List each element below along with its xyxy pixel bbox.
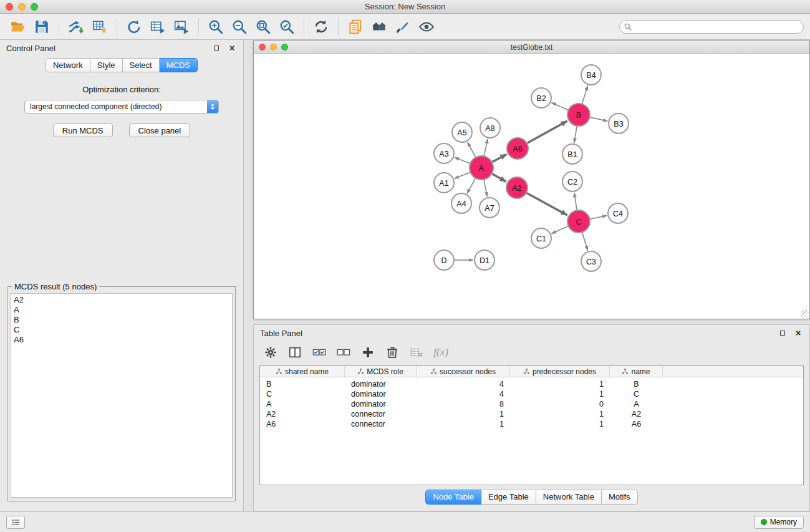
result-list-item[interactable]: A6 xyxy=(11,335,232,345)
close-panel-icon[interactable]: × xyxy=(227,43,237,53)
network-node-C[interactable]: C xyxy=(567,210,590,233)
network-node-A5[interactable]: A5 xyxy=(452,122,472,142)
network-edge-B-B2[interactable] xyxy=(551,102,567,110)
result-list-item[interactable]: C xyxy=(11,325,232,335)
network-node-B3[interactable]: B3 xyxy=(609,114,629,133)
save-icon[interactable] xyxy=(32,17,52,37)
network-edge-A-A8[interactable] xyxy=(484,139,488,156)
close-panel-button[interactable]: Close panel xyxy=(129,123,191,137)
zoom-fit-icon[interactable] xyxy=(253,17,273,37)
network-canvas[interactable]: B4B2BB3A5A8A6A3B1AC2A1A2A4A7C4CC1C3DD1 xyxy=(254,54,809,319)
network-node-A7[interactable]: A7 xyxy=(480,198,499,218)
network-graph[interactable]: B4B2BB3A5A8A6A3B1AC2A1A2A4A7C4CC1C3DD1 xyxy=(254,54,809,318)
refresh-icon[interactable] xyxy=(311,17,331,37)
network-edge-A-A4[interactable] xyxy=(467,178,475,193)
table-row[interactable]: Cdominator41C xyxy=(260,389,803,399)
tab-network-table[interactable]: Network Table xyxy=(536,490,602,505)
function-builder-icon[interactable]: f(x) xyxy=(433,344,449,360)
search-input[interactable] xyxy=(619,20,804,34)
zoom-selected-icon[interactable] xyxy=(277,17,297,37)
close-table-panel-icon[interactable]: × xyxy=(793,328,803,338)
show-columns-icon[interactable] xyxy=(287,344,303,360)
tab-motifs[interactable]: Motifs xyxy=(602,490,638,505)
network-window-titlebar[interactable]: testGlobe.txt xyxy=(254,41,809,54)
network-node-B4[interactable]: B4 xyxy=(581,65,601,85)
settings-gear-icon[interactable] xyxy=(263,344,279,360)
network-minimize-button[interactable] xyxy=(270,44,277,51)
network-node-C3[interactable]: C3 xyxy=(581,251,601,271)
result-list-item[interactable]: A2 xyxy=(11,295,232,305)
network-node-A1[interactable]: A1 xyxy=(434,173,454,193)
network-node-A[interactable]: A xyxy=(470,156,493,180)
network-edge-A2-C[interactable] xyxy=(527,193,567,215)
tab-edge-table[interactable]: Edge Table xyxy=(481,490,536,505)
network-node-B2[interactable]: B2 xyxy=(531,88,551,108)
network-node-A6[interactable]: A6 xyxy=(507,138,528,159)
zoom-out-icon[interactable] xyxy=(229,17,249,37)
column-header-predecessor-nodes[interactable]: predecessor nodes xyxy=(510,366,610,377)
network-node-A8[interactable]: A8 xyxy=(480,118,500,138)
tab-style[interactable]: Style xyxy=(90,58,123,72)
network-node-B[interactable]: B xyxy=(567,104,590,126)
network-node-C2[interactable]: C2 xyxy=(562,172,582,191)
style-icon[interactable] xyxy=(393,17,413,37)
run-mcds-button[interactable]: Run MCDS xyxy=(53,123,113,137)
network-zoom-button[interactable] xyxy=(281,44,288,51)
network-node-B1[interactable]: B1 xyxy=(562,144,582,164)
export-image-icon[interactable] xyxy=(171,17,191,37)
table-row[interactable]: A6connector11A6 xyxy=(260,419,803,429)
open-folder-icon[interactable] xyxy=(8,17,28,37)
network-edge-C-C1[interactable] xyxy=(551,226,567,234)
optimization-criterion-dropdown[interactable]: largest connected component (directed) xyxy=(24,100,219,114)
delete-table-icon[interactable] xyxy=(408,344,425,360)
column-header-successor-nodes[interactable]: successor nodes xyxy=(417,366,510,377)
import-table-icon[interactable] xyxy=(90,17,110,37)
network-node-A4[interactable]: A4 xyxy=(451,193,471,213)
table-row[interactable]: Adominator80A xyxy=(260,399,803,409)
network-node-C1[interactable]: C1 xyxy=(531,228,551,248)
network-edge-A-A1[interactable] xyxy=(455,172,470,178)
network-node-A3[interactable]: A3 xyxy=(434,143,454,163)
network-edge-A6-B[interactable] xyxy=(528,121,567,143)
network-node-A2[interactable]: A2 xyxy=(506,177,528,198)
network-close-button[interactable] xyxy=(259,44,266,51)
import-network-icon[interactable] xyxy=(66,17,86,37)
zoom-in-icon[interactable] xyxy=(206,17,226,37)
network-node-D1[interactable]: D1 xyxy=(475,250,494,270)
tab-mcds[interactable]: MCDS xyxy=(160,58,198,72)
column-header-shared-name[interactable]: shared name xyxy=(260,366,345,377)
column-header-name[interactable]: name xyxy=(610,366,663,377)
float-panel-icon[interactable] xyxy=(211,43,221,53)
list-icon[interactable] xyxy=(6,516,25,529)
deselect-all-icon[interactable] xyxy=(335,344,352,360)
mcds-result-list[interactable]: A2ABCA6 xyxy=(11,293,233,498)
network-edge-B-B4[interactable] xyxy=(582,85,588,104)
network-edge-A-A2[interactable] xyxy=(492,174,506,181)
network-edge-A-A5[interactable] xyxy=(468,142,476,157)
delete-column-icon[interactable] xyxy=(384,344,400,360)
column-header-MCDS-role[interactable]: MCDS role xyxy=(345,366,417,377)
table-row[interactable]: Bdominator41B xyxy=(260,379,803,389)
network-edge-B-B1[interactable] xyxy=(574,127,577,143)
tab-node-table[interactable]: Node Table xyxy=(425,490,481,505)
result-list-item[interactable]: B xyxy=(11,315,232,325)
network-edge-C-C2[interactable] xyxy=(574,193,577,210)
network-edge-C-C4[interactable] xyxy=(591,216,607,220)
table-row[interactable]: A2connector11A2 xyxy=(260,409,803,419)
network-edge-A-A7[interactable] xyxy=(484,180,487,197)
new-network-icon[interactable] xyxy=(124,17,144,37)
export-table-icon[interactable] xyxy=(148,17,168,37)
tab-network[interactable]: Network xyxy=(46,58,90,72)
float-table-panel-icon[interactable] xyxy=(778,328,788,338)
result-list-item[interactable]: A xyxy=(11,305,232,315)
select-all-icon[interactable] xyxy=(311,344,327,360)
network-edge-B-B3[interactable] xyxy=(591,117,608,121)
network-edge-A-A6[interactable] xyxy=(493,154,507,162)
eye-icon[interactable] xyxy=(417,17,436,37)
tab-select[interactable]: Select xyxy=(123,58,160,72)
network-edge-C-C3[interactable] xyxy=(582,233,588,251)
memory-button[interactable]: Memory xyxy=(754,516,804,529)
resize-grip-icon[interactable] xyxy=(801,310,809,318)
add-column-icon[interactable] xyxy=(360,344,376,360)
network-edge-A-A3[interactable] xyxy=(455,157,470,163)
